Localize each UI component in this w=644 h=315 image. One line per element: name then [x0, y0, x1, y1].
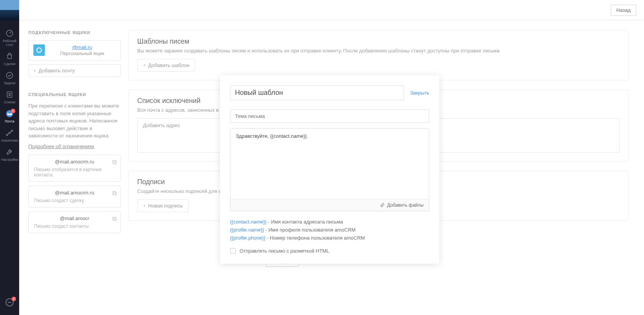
svg-point-6: [12, 130, 13, 132]
template-modal: Закрыть Добавить файлы {{contact.name}} …: [220, 75, 439, 264]
mailbox-provider-icon: [33, 44, 45, 56]
nav-item-analytics[interactable]: Аналитика: [0, 126, 19, 145]
bag-icon: [5, 52, 14, 60]
nav-label: Аналитика: [1, 139, 18, 142]
variable-desc: - Имя профиля пользователя amoCRM: [264, 227, 356, 233]
mailbox-email: @mail.ru: [49, 44, 116, 50]
list-icon: [5, 90, 14, 99]
html-checkbox-row: Отправлять письмо с разметкой HTML: [230, 248, 429, 254]
plus-icon: +: [143, 203, 146, 209]
svg-point-4: [9, 132, 10, 134]
svg-point-8: [8, 302, 8, 302]
add-template-label: Добавить шаблон: [148, 62, 190, 68]
special-heading: СПЕЦИАЛЬНЫЕ ЯЩИКИ: [28, 92, 121, 97]
special-email: @mail.amocr: [34, 215, 115, 221]
nav-chat[interactable]: 2: [0, 297, 19, 307]
plus-icon: +: [143, 62, 146, 68]
nav-label: Почта: [5, 119, 15, 123]
nav-label: Задачи: [4, 81, 15, 85]
add-mail-label: Добавить почту: [39, 68, 75, 73]
nav-chat-badge: 2: [12, 297, 16, 301]
plus-icon: +: [33, 68, 36, 73]
nav-label: Рабочий стол: [0, 39, 19, 47]
nav-label: Настройки: [1, 158, 18, 162]
nav-item-dashboard[interactable]: Рабочий стол: [0, 26, 19, 49]
templates-title: Шаблоны писем: [137, 38, 620, 46]
gauge-icon: [5, 29, 14, 38]
templates-section: Шаблоны писем Вы можете заранее создават…: [128, 30, 629, 80]
copy-icon[interactable]: ⧉: [112, 190, 117, 197]
copy-icon[interactable]: ⧉: [112, 215, 117, 222]
variables-list: {{contact.name}} - Имя контакта адресата…: [230, 218, 429, 242]
nav-mail-badge: 2: [11, 109, 15, 113]
attach-files-link[interactable]: Добавить файлы: [380, 202, 424, 208]
nav-item-mail[interactable]: 2 Почта: [0, 106, 19, 126]
special-email: @mail.amocrm.ru: [34, 190, 115, 196]
app-logo: [0, 0, 19, 20]
nav-item-lists[interactable]: Списки: [0, 87, 19, 106]
connected-heading: ПОДКЛЮЧЕННЫЕ ЯЩИКИ: [28, 30, 121, 35]
html-checkbox[interactable]: [230, 248, 236, 254]
nav-label: Сделки: [4, 62, 16, 66]
svg-point-5: [7, 134, 8, 136]
variable-row: {{contact.name}} - Имя контакта адресата…: [230, 218, 429, 226]
wrench-icon: [5, 148, 14, 156]
template-title-input[interactable]: [230, 85, 404, 100]
nav-item-deals[interactable]: Сделки: [0, 49, 19, 68]
special-desc: При переписке с клиентами вы можете подс…: [28, 102, 121, 140]
svg-point-10: [11, 302, 11, 302]
nav-sidebar: Рабочий стол Сделки Задачи Списки 2 Почт…: [0, 0, 19, 315]
variable-desc: - Имя контакта адресата письма: [266, 219, 343, 225]
special-email: @mail.amocrm.ru: [34, 159, 115, 165]
mailbox-card[interactable]: @mail.ru Персональный ящик: [28, 40, 121, 60]
copy-icon[interactable]: ⧉: [112, 159, 117, 166]
chart-icon: [5, 129, 14, 137]
modal-close-link[interactable]: Закрыть: [410, 90, 429, 96]
nav-item-tasks[interactable]: Задачи: [0, 68, 19, 87]
special-mailbox-card: @mail.amocr ⧉ Письмо создаст контакты: [28, 211, 121, 233]
settings-left-column: ПОДКЛЮЧЕННЫЕ ЯЩИКИ @mail.ru Персональный…: [19, 20, 121, 315]
back-button[interactable]: Назад: [611, 5, 636, 16]
special-sub: Письмо создаст контакты: [34, 224, 115, 229]
add-signature-label: Новая подпись: [148, 203, 183, 209]
html-checkbox-label: Отправлять письмо с разметкой HTML: [240, 248, 329, 254]
special-mailbox-card: @mail.amocrm.ru ⧉ Письмо отобразится в к…: [28, 155, 121, 182]
special-more-link[interactable]: Подробнее об ограничениях: [28, 144, 94, 149]
top-bar: Назад: [19, 0, 644, 20]
variable-token[interactable]: {{contact.name}}: [230, 219, 266, 225]
attach-label: Добавить файлы: [387, 202, 424, 208]
nav-label: Списки: [4, 100, 15, 104]
svg-point-1: [7, 72, 13, 79]
template-subject-input[interactable]: [230, 109, 429, 123]
variable-token[interactable]: {{profile.phone}}: [230, 235, 266, 241]
paperclip-icon: [380, 202, 385, 208]
add-signature-button[interactable]: +Новая подпись: [137, 199, 189, 212]
mailbox-type: Персональный ящик: [49, 51, 116, 56]
variable-row: {{profile.name}} - Имя профиля пользоват…: [230, 226, 429, 234]
special-sub: Письмо создаст сделку: [34, 198, 115, 203]
check-circle-icon: [5, 71, 14, 80]
special-sub: Письмо отобразится в карточке контакта: [34, 167, 115, 178]
add-template-button[interactable]: +Добавить шаблон: [137, 59, 195, 72]
templates-desc: Вы можете заранее создавать шаблоны писе…: [137, 48, 620, 54]
nav-item-settings[interactable]: Настройки: [0, 145, 19, 164]
variable-desc: - Номер телефона пользователя amoCRM: [266, 235, 365, 241]
add-mail-button[interactable]: +Добавить почту: [28, 64, 121, 77]
svg-point-9: [9, 302, 10, 302]
variable-token[interactable]: {{profile.name}}: [230, 227, 264, 233]
template-body-textarea[interactable]: [230, 129, 429, 197]
special-mailbox-card: @mail.amocrm.ru ⧉ Письмо создаст сделку: [28, 186, 121, 207]
variable-row: {{profile.phone}} - Номер телефона польз…: [230, 234, 429, 242]
